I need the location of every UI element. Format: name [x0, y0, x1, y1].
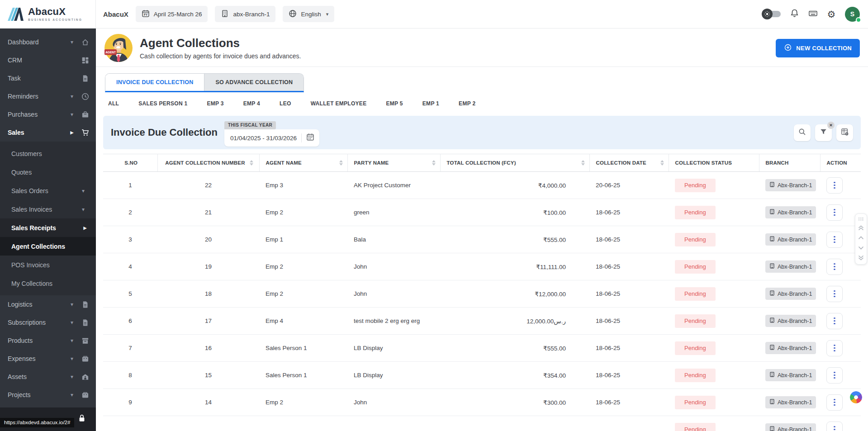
- sort-arrows-icon[interactable]: [581, 160, 585, 166]
- notifications-button[interactable]: [789, 9, 799, 19]
- branch-selector[interactable]: abx-Branch-1: [215, 6, 275, 22]
- sidebar-subitem[interactable]: Sales Invoices ▾ ▶: [0, 200, 96, 218]
- agent-filter-tab[interactable]: LEO: [280, 100, 291, 107]
- cell-action: [820, 308, 861, 335]
- sidebar-item[interactable]: Expenses ▾ ▶: [0, 350, 96, 368]
- agent-filter-tab[interactable]: EMP 1: [422, 100, 439, 107]
- sidebar-subitem[interactable]: Sales Receipts ▾ ▶: [0, 218, 96, 237]
- user-avatar[interactable]: S: [845, 7, 860, 22]
- row-actions-button[interactable]: [826, 232, 843, 248]
- sort-arrows-icon[interactable]: [660, 160, 664, 166]
- language-selector[interactable]: English ▾: [283, 6, 334, 22]
- status-badge: Pending: [675, 287, 716, 301]
- row-actions-button[interactable]: [826, 204, 843, 221]
- row-actions-button[interactable]: [826, 394, 843, 411]
- fiscal-year-selector[interactable]: FY April 25-March 26: [136, 6, 208, 22]
- cell-branch: Abx-Branch-1: [759, 199, 820, 226]
- row-actions-button[interactable]: [826, 259, 843, 275]
- sidebar-item[interactable]: Sales ▾ ▶: [0, 123, 96, 142]
- topbar: AbacuX FY April 25-March 26 abx-Branch-1: [96, 0, 868, 28]
- sidebar-subitem[interactable]: Customers ▾ ▶: [0, 144, 96, 163]
- tab-invoice-due-collection[interactable]: INVOICE DUE COLLECTION: [105, 74, 204, 91]
- sidebar-subitem[interactable]: Sales Orders ▾ ▶: [0, 181, 96, 200]
- cell-collection-status: Pending: [669, 199, 759, 226]
- cell-collection-number: 17: [157, 308, 259, 335]
- cell-branch: Abx-Branch-1: [759, 389, 820, 416]
- cell-collection-date: 18-06-25: [589, 335, 669, 362]
- new-collection-button[interactable]: NEW COLLECTION: [776, 39, 860, 57]
- col-sno: S.NO: [103, 154, 157, 172]
- sidebar-item[interactable]: Projects ▾ ▶: [0, 386, 96, 404]
- cell-collection-number: 20: [157, 226, 259, 253]
- cell-collection-date: 18-06-25: [589, 199, 669, 226]
- sidebar-item[interactable]: Task ▾ ▶: [0, 69, 96, 87]
- sidebar-subitem[interactable]: Agent Collections ▾ ▶: [0, 237, 96, 256]
- status-badge: Pending: [675, 179, 716, 192]
- tab-so-advance-collection[interactable]: SO ADVANCE COLLECTION: [204, 74, 304, 91]
- chevron-down-icon: ▾: [326, 11, 329, 17]
- scroll-to-bottom-button[interactable]: [857, 255, 866, 260]
- sidebar-item[interactable]: Logistics ▾ ▶: [0, 295, 96, 313]
- date-range-picker[interactable]: 01/04/2025 - 31/03/2026: [224, 129, 319, 147]
- keyboard-shortcuts-button[interactable]: [808, 9, 818, 19]
- sidebar-item[interactable]: CRM ▾ ▶: [0, 51, 96, 69]
- language-label: English: [301, 11, 321, 18]
- help-widget-button[interactable]: [850, 391, 862, 403]
- sidebar-item[interactable]: Dashboard ▾ ▶: [0, 33, 96, 51]
- sidebar-item[interactable]: Reminders ▾ ▶: [0, 87, 96, 105]
- row-actions-button[interactable]: [826, 177, 843, 194]
- agent-filter-tab[interactable]: EMP 2: [459, 100, 475, 107]
- table-row: 9 14 Emp 2 John ₹300.00 18-06-25 Pending: [103, 389, 861, 416]
- sidebar-subitem[interactable]: Quotes ▾ ▶: [0, 163, 96, 181]
- cell-collection-number: 14: [157, 389, 259, 416]
- cell-collection-status: Pending: [669, 308, 759, 335]
- sort-arrows-icon[interactable]: [432, 160, 436, 166]
- fiscal-year-tag: THIS FISCAL YEAR: [224, 121, 276, 129]
- agent-filter-tab[interactable]: EMP 5: [386, 100, 403, 107]
- sidebar-item[interactable]: Purchases ▾ ▶: [0, 105, 96, 123]
- row-actions-button[interactable]: [826, 367, 843, 384]
- agent-filter-tab[interactable]: WALLET EMPLOYEE: [311, 100, 367, 107]
- table-row: 2 21 Emp 2 green ₹100.00 18-06-25 Pendin…: [103, 199, 861, 226]
- settings-button[interactable]: ⚙: [826, 9, 836, 19]
- filter-button[interactable]: ✕: [815, 124, 832, 141]
- sidebar-subitem[interactable]: POS Invoices ▾ ▶: [0, 256, 96, 274]
- document-icon: [81, 300, 90, 309]
- cell-sno: 9: [103, 389, 157, 416]
- search-button[interactable]: [794, 124, 811, 141]
- row-actions-button[interactable]: [826, 422, 843, 431]
- clock-icon: [81, 92, 90, 101]
- column-settings-button[interactable]: [836, 124, 853, 141]
- agent-filter-tab[interactable]: EMP 3: [207, 100, 223, 107]
- col-total-collection[interactable]: TOTAL COLLECTION (FCY): [440, 154, 589, 172]
- agent-filter-tab[interactable]: ALL: [108, 100, 119, 107]
- sidebar-item[interactable]: Assets ▾ ▶: [0, 368, 96, 386]
- scroll-up-button[interactable]: [857, 235, 866, 241]
- sidebar-item[interactable]: Subscriptions ▾ ▶: [0, 313, 96, 332]
- grid-icon: [81, 56, 90, 65]
- sidebar-subitem[interactable]: My Collections ▾ ▶: [0, 274, 96, 293]
- scroll-to-top-button[interactable]: [857, 225, 866, 231]
- row-actions-button[interactable]: [826, 313, 843, 329]
- col-collection-date[interactable]: COLLECTION DATE: [589, 154, 669, 172]
- scroll-down-button[interactable]: [857, 245, 866, 251]
- sort-arrows-icon[interactable]: [339, 160, 343, 166]
- cell-branch: Abx-Branch-1: [759, 226, 820, 253]
- cell-branch: Abx-Branch-1: [759, 416, 820, 431]
- row-actions-button[interactable]: [826, 286, 843, 302]
- agent-filter-tab[interactable]: EMP 4: [243, 100, 260, 107]
- clear-filter-badge[interactable]: ✕: [827, 122, 835, 129]
- cart-icon: [81, 128, 90, 137]
- sidebar-subitem-label: Quotes: [11, 169, 89, 176]
- theme-toggle[interactable]: [762, 9, 781, 19]
- sidebar-item[interactable]: Products ▾ ▶: [0, 332, 96, 350]
- sort-arrows-icon[interactable]: [250, 160, 253, 166]
- agent-filter-tab[interactable]: SALES PERSON 1: [138, 100, 187, 107]
- app-logo[interactable]: AbacuX BUSINESS ACCOUNTING: [0, 0, 96, 28]
- drag-handle-icon[interactable]: [858, 217, 864, 221]
- col-agent-name[interactable]: AGENT NAME: [259, 154, 347, 172]
- row-actions-button[interactable]: [826, 340, 843, 356]
- col-agent-collection-number[interactable]: AGENT COLLECTION NUMBER: [157, 154, 259, 172]
- cell-total-collection: ₹354.00: [440, 362, 589, 389]
- col-party-name[interactable]: PARTY NAME: [347, 154, 440, 172]
